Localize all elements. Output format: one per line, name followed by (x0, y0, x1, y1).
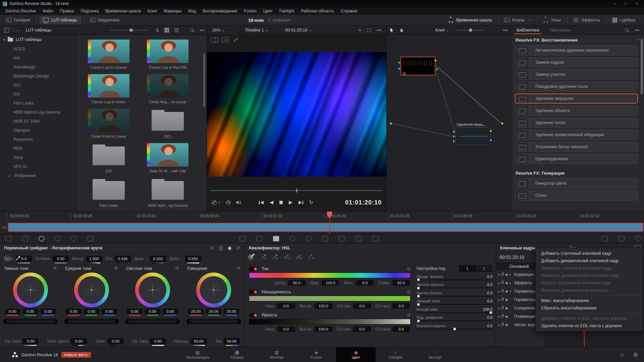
context-menu-item[interactable]: Макс. масштабирование (536, 297, 643, 304)
adjust-control[interactable]: Контр. 1.000 (72, 256, 102, 262)
lock-icon[interactable] (501, 282, 504, 284)
saturation-field[interactable]: Сгл низ0.0 (337, 303, 371, 309)
matte-slider-thumb[interactable] (453, 328, 456, 330)
saturation-reset-icon[interactable]: ↺ (407, 290, 411, 295)
menu-item[interactable]: Рабочая область (298, 8, 337, 14)
lock-icon[interactable] (501, 315, 504, 317)
color-wheels-palette-icon[interactable] (39, 236, 44, 241)
saturation-field[interactable]: Высок.100.0 (300, 303, 332, 309)
nav-back-forward[interactable]: ‹› (13, 28, 22, 33)
lock-icon[interactable] (501, 274, 504, 276)
viewer-options-icon[interactable]: ••• (374, 28, 384, 33)
wheel-value-b[interactable]: 0.00 (41, 309, 56, 314)
saturation-field[interactable]: Низк.0.0 (265, 303, 294, 309)
lut-grid-item[interactable]: Data To Vi... with Clip (143, 143, 193, 173)
wheel-value-g[interactable]: 0.00 (23, 309, 38, 314)
matte-slider[interactable]: Черный клип0.0 (417, 299, 492, 305)
window-palette-icon[interactable] (290, 236, 295, 241)
sidebar-toggle-icon[interactable] (4, 28, 9, 33)
gamma-master-wheel[interactable] (64, 319, 119, 324)
fx-list-item[interactable]: Удаление мерцания (515, 94, 638, 104)
lut-folder-item[interactable]: RED (0, 144, 76, 153)
stereo-3d-palette-icon[interactable] (372, 236, 378, 241)
play-reverse-button[interactable] (270, 201, 273, 204)
hue-field[interactable]: Шир.100.0 (310, 280, 339, 286)
hue-range-bar[interactable] (249, 273, 411, 278)
matte-slider[interactable]: Белый клип100.0 (417, 307, 492, 313)
page-tab-cut[interactable]: ▦Сборка (217, 347, 257, 362)
lut-folder-item[interactable]: Film Looks (0, 99, 76, 108)
fx-list-item[interactable]: Генератор цвета (515, 178, 638, 188)
hdr-grade-palette-icon[interactable] (55, 236, 60, 241)
cursor-tool-icon[interactable] (387, 28, 396, 33)
gain-color-wheel[interactable] (135, 273, 170, 307)
rgb-mixer-palette-icon[interactable] (71, 236, 76, 241)
context-menu-item[interactable]: Добавить статичный ключевой кадр (536, 250, 643, 257)
lut-folder-item[interactable]: Astrodesign (0, 62, 76, 71)
wheel-value-r[interactable]: 25.00 (188, 309, 204, 314)
lut-grid-item[interactable]: DJI (84, 143, 134, 173)
matte-slider[interactable]: Чистка черного0.0 (417, 283, 492, 288)
list-view-icon[interactable] (172, 28, 181, 32)
qualifier-picker-icon[interactable] (248, 254, 256, 260)
hue-field[interactable]: Симм.50.0 (378, 280, 410, 286)
grid-view-toggle-icon[interactable] (222, 37, 229, 43)
gamma-color-wheel[interactable] (74, 273, 109, 307)
menu-item[interactable]: Временная шкала (102, 8, 144, 14)
context-menu-item[interactable]: Удалить отметки из EDL-листа с дорожек (536, 322, 643, 329)
motion-effects-palette-icon[interactable] (87, 236, 93, 241)
wheel-reset-icon[interactable]: ↺ (114, 266, 118, 271)
wipe-modes-icon[interactable] (226, 200, 231, 204)
extra-adjust-field[interactable]: 0.00 (71, 338, 87, 344)
maximize-button[interactable]: □ (625, 1, 627, 6)
fx-list-item[interactable]: Сетка (515, 190, 638, 200)
scrub-playhead[interactable] (297, 189, 297, 192)
sizing-palette-icon[interactable] (356, 236, 362, 241)
page-tab-deliver[interactable]: ↑Экспорт (415, 347, 455, 362)
clips-panel-button[interactable]: Клипы (500, 16, 535, 24)
matte-slider-thumb[interactable] (417, 287, 420, 289)
grid-view-icon[interactable] (162, 28, 172, 33)
menu-item[interactable]: Воспроизведение (199, 8, 240, 14)
lut-folder-item[interactable]: HDR Hybrid Log-Gamma (0, 108, 76, 117)
key-palette-icon[interactable] (339, 236, 345, 241)
menu-item[interactable]: Справка (337, 8, 361, 14)
lut-tables-button[interactable]: LUT-таблицы (39, 16, 81, 24)
project-manager-icon[interactable]: ⌂ (621, 352, 624, 358)
expand-viewer-icon[interactable] (364, 28, 374, 33)
menu-item[interactable]: DaVinci Resolve (2, 8, 39, 14)
scopes-panel-icon[interactable] (619, 236, 625, 241)
menu-item[interactable]: Маркеры (160, 8, 185, 14)
extra-adjust-control[interactable]: Св. тона 0.00 (132, 338, 166, 344)
auto-balance-icon[interactable]: A (4, 256, 10, 262)
fx-list-item[interactable]: Удаление объекта (515, 106, 638, 116)
luminance-field[interactable]: Высок.100.0 (300, 326, 332, 332)
lock-icon[interactable] (501, 299, 504, 301)
lut-grid-item[interactable]: DCI (143, 109, 193, 138)
softness-subtract-icon[interactable] (284, 254, 290, 260)
adjust-value-field[interactable]: 0.333 (150, 256, 166, 262)
menu-item[interactable]: Fairlight (276, 8, 298, 14)
sort-icon[interactable]: ⇅ (153, 28, 162, 33)
wheels-mode-icon[interactable]: ⊙ (210, 245, 214, 250)
menu-item[interactable]: Правка (56, 8, 77, 14)
nodes-panel-button[interactable]: Узлы (539, 16, 565, 24)
lut-folder-item[interactable]: ACES (0, 44, 76, 53)
node-zoom-slider[interactable] (456, 30, 484, 31)
luminance-field[interactable]: Низк.0.0 (265, 326, 294, 332)
lut-grid-item[interactable]: Canon Log to Rec709 (143, 40, 193, 69)
extra-adjust-field[interactable]: 50.00 (191, 338, 207, 344)
camera-raw-palette-icon[interactable] (5, 236, 11, 241)
menu-item[interactable]: Вид (185, 8, 199, 14)
audio-mute-icon[interactable] (236, 200, 241, 205)
lut-grid-item[interactable]: Cintel Neg... to Linear (143, 74, 193, 104)
lut-folder-item[interactable]: Olympus (0, 126, 76, 135)
lut-root-folder[interactable]: ▾ LUT-таблицы (0, 35, 76, 44)
saturation-range-bar[interactable] (249, 296, 411, 301)
tracker-palette-icon[interactable] (306, 236, 311, 241)
enhanced-viewer-icon[interactable]: ✳ (355, 28, 364, 33)
white-balance-picker-icon[interactable] (15, 255, 21, 261)
page-tab-media[interactable]: ▤Мультимедиа (178, 347, 217, 362)
search-icon[interactable] (187, 28, 197, 33)
matte-slider[interactable]: Рад. размытия0.0 (417, 315, 492, 321)
